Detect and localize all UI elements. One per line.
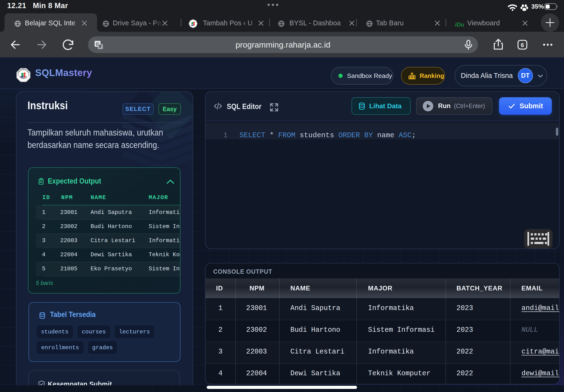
svg-text:iDu: iDu <box>455 21 464 28</box>
svg-text:35%: 35% <box>531 3 544 10</box>
svg-text:6: 6 <box>521 42 524 48</box>
